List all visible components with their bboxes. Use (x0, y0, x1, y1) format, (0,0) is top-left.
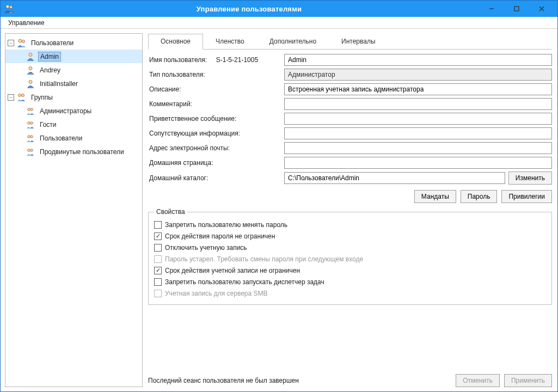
property-checkbox-row[interactable]: Отключить учетную запись (154, 242, 546, 253)
property-checkbox-row[interactable]: Запретить пользователю запускать диспетч… (154, 276, 546, 287)
description-label: Описание: (148, 85, 284, 93)
tree-item-label: Admin (38, 52, 61, 62)
properties-legend: Свойства (154, 208, 187, 216)
checkbox-icon (154, 255, 162, 263)
property-checkbox-row: Пароль устарел. Требовать смены пароля п… (154, 253, 546, 265)
tree-item-label: Администраторы (38, 107, 93, 115)
svg-point-12 (22, 94, 24, 96)
svg-point-13 (28, 108, 30, 111)
checkbox-icon[interactable]: ✓ (154, 267, 162, 274)
user-icon (25, 78, 36, 89)
change-homedir-button[interactable]: Изменить (508, 171, 552, 185)
main-panel: Основное Членство Дополнительно Интервал… (143, 29, 557, 391)
maximize-button[interactable] (504, 1, 529, 17)
privileges-button[interactable]: Привилегии (501, 190, 552, 203)
collapse-icon[interactable]: − (8, 40, 14, 46)
user-icon (25, 51, 36, 62)
status-text: Последний сеанс пользователя не был заве… (148, 377, 456, 384)
svg-point-16 (30, 121, 33, 124)
properties-list: Запретить пользователю менять пароль✓Сро… (154, 219, 546, 299)
cancel-button[interactable]: Отменить (456, 374, 500, 387)
property-checkbox-row[interactable]: ✓Срок действия учетной записи не огранич… (154, 265, 546, 276)
action-buttons: Мандаты Пароль Привилегии (148, 190, 552, 203)
tree-item-label: Пользователи (38, 134, 84, 143)
menu-manage[interactable]: Управление (4, 18, 49, 28)
property-checkbox-row[interactable]: ✓Срок действия пароля не ограничен (154, 230, 546, 242)
svg-point-17 (28, 135, 30, 138)
content: − Пользователи Admin Andrey InitialInsta… (1, 29, 557, 391)
tab-general[interactable]: Основное (148, 34, 203, 50)
property-checkbox-row[interactable]: Запретить пользователю менять пароль (154, 219, 546, 230)
user-icon (25, 65, 36, 76)
comment-label: Комментарий: (148, 100, 284, 108)
svg-point-0 (6, 5, 9, 8)
property-label: Отключить учетную запись (165, 244, 247, 252)
property-label: Запретить пользователю запускать диспетч… (165, 278, 324, 286)
homepage-input[interactable] (284, 157, 552, 169)
close-button[interactable] (529, 1, 554, 17)
svg-point-15 (28, 121, 30, 124)
tree-item-group[interactable]: Администраторы (5, 104, 142, 118)
svg-point-7 (22, 40, 25, 42)
sidebar-tree: − Пользователи Admin Andrey InitialInsta… (5, 33, 143, 387)
tree-node-groups[interactable]: − Группы (5, 90, 142, 104)
mandates-button[interactable]: Мандаты (414, 190, 456, 203)
property-label: Срок действия пароля не ограничен (165, 232, 275, 240)
users-icon (16, 38, 27, 48)
collapse-icon[interactable]: − (8, 94, 14, 101)
user-form: Имя пользователя: S-1-5-21-1005 Тип поль… (148, 54, 552, 185)
checkbox-icon[interactable] (154, 244, 162, 252)
tree-item-label: Продвинутые пользователи (38, 148, 126, 156)
email-input[interactable] (284, 142, 552, 154)
checkbox-icon (154, 290, 162, 297)
related-input[interactable] (284, 127, 552, 139)
comment-input[interactable] (284, 98, 552, 110)
tree-item-label: Гости (38, 120, 58, 129)
property-label: Запретить пользователю менять пароль (165, 221, 287, 229)
tab-membership[interactable]: Членство (203, 34, 257, 50)
titlebar: Управление пользователями (1, 1, 557, 17)
tree-item-user[interactable]: InitialInstaller (5, 77, 142, 90)
svg-point-1 (10, 6, 13, 9)
homepage-label: Домашняя страница: (148, 159, 284, 167)
svg-point-19 (28, 149, 30, 151)
checkbox-icon[interactable] (154, 221, 162, 229)
properties-fieldset: Свойства Запретить пользователю менять п… (148, 212, 552, 305)
email-label: Адрес электронной почты: (148, 144, 284, 152)
property-label: Пароль устарел. Требовать смены пароля п… (165, 255, 363, 263)
group-icon (25, 133, 36, 144)
checkbox-icon[interactable] (154, 278, 162, 286)
property-checkbox-row: Учетная запись для сервера SMB (154, 287, 546, 299)
greeting-input[interactable] (284, 113, 552, 125)
tree-item-label: Andrey (38, 66, 62, 75)
tab-bar: Основное Членство Дополнительно Интервал… (148, 33, 552, 50)
usertype-input (284, 69, 552, 81)
menubar: Управление (1, 17, 557, 29)
svg-point-11 (19, 94, 21, 96)
related-label: Сопутствующая информация: (148, 130, 284, 137)
app-icon (4, 3, 15, 14)
svg-point-9 (29, 66, 32, 70)
homedir-input[interactable] (284, 172, 505, 184)
homedir-label: Домашний каталог: (148, 174, 284, 182)
password-button[interactable]: Пароль (461, 190, 498, 203)
minimize-button[interactable] (479, 1, 504, 17)
window-title: Управление пользователями (19, 5, 479, 13)
tree-item-user[interactable]: Andrey (5, 63, 142, 77)
tab-advanced[interactable]: Дополнительно (257, 34, 329, 50)
tree-item-user[interactable]: Admin (5, 50, 142, 63)
svg-point-14 (30, 108, 33, 111)
tree-item-group[interactable]: Продвинутые пользователи (5, 145, 142, 158)
username-input[interactable] (284, 54, 552, 66)
tree-item-group[interactable]: Гости (5, 118, 142, 131)
tree-label: Пользователи (29, 39, 75, 47)
groups-icon (16, 92, 27, 103)
apply-button[interactable]: Применить (504, 374, 552, 387)
tree-node-users[interactable]: − Пользователи (5, 36, 142, 50)
svg-point-10 (29, 80, 32, 83)
group-icon (25, 119, 36, 130)
description-input[interactable] (284, 83, 552, 95)
tab-intervals[interactable]: Интервалы (329, 34, 388, 50)
checkbox-icon[interactable]: ✓ (154, 232, 162, 240)
tree-item-group[interactable]: Пользователи (5, 131, 142, 145)
